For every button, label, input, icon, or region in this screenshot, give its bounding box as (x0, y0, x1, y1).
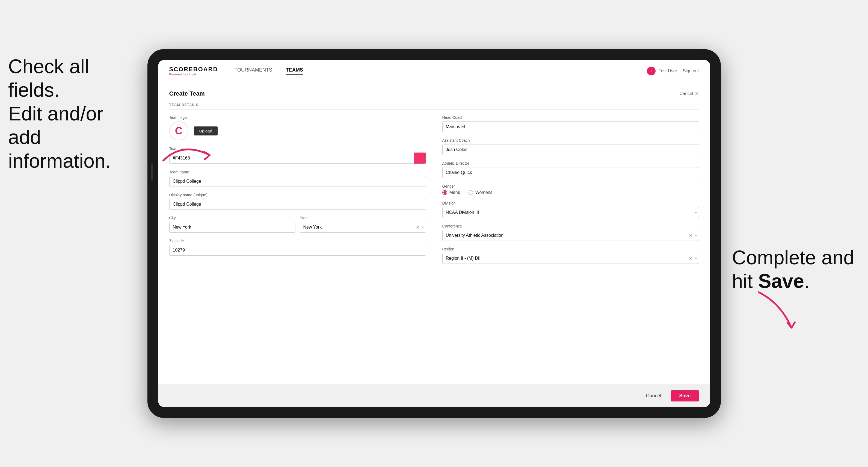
logo-circle: C (169, 121, 188, 141)
region-group: Region ✕ ▾ (442, 247, 699, 264)
upload-button[interactable]: Upload (194, 126, 218, 135)
division-label: Division (442, 201, 699, 206)
gender-radio-group: Mens Womens (442, 190, 699, 195)
gender-group: Gender Mens Womens (442, 184, 699, 195)
city-state-row: City State ✕ ▾ (169, 216, 426, 233)
form-footer: Cancel Save (158, 384, 710, 407)
team-name-input[interactable] (169, 176, 426, 187)
team-name-group: Team name (169, 170, 426, 187)
display-name-label: Display name (unique) (169, 193, 426, 197)
womens-radio-dot[interactable] (468, 190, 473, 195)
womens-label: Womens (475, 190, 493, 195)
logo-sub: Powered by clippd (169, 73, 218, 76)
asst-coach-group: Assistant Coach (442, 138, 699, 155)
head-coach-label: Head Coach (442, 115, 699, 120)
display-name-group: Display name (unique) (169, 193, 426, 210)
division-select-wrapper: ▾ (442, 207, 699, 218)
team-logo-label: Team logo (169, 115, 426, 120)
logo-main: SCOREBOARD (169, 66, 218, 73)
region-clear-icon[interactable]: ✕ (689, 256, 692, 261)
form-title: Create Team (169, 90, 205, 97)
logo-letter: C (175, 125, 182, 137)
conference-group: Conference ✕ ▾ (442, 224, 699, 241)
close-icon: ✕ (695, 91, 699, 97)
state-input[interactable] (300, 222, 426, 233)
division-group: Division ▾ (442, 201, 699, 218)
state-chevron-icon: ▾ (422, 225, 424, 229)
region-chevron-icon: ▾ (695, 256, 697, 260)
logo-area: C Upload (169, 121, 426, 141)
division-chevron-icon: ▾ (695, 211, 697, 214)
region-input[interactable] (442, 253, 699, 264)
conference-label: Conference (442, 224, 699, 228)
form-grid: Team logo C Upload Team colour (169, 115, 699, 270)
state-clear-icon[interactable]: ✕ (416, 225, 420, 230)
left-column: Team logo C Upload Team colour (169, 115, 426, 270)
cancel-text: Cancel (680, 91, 693, 96)
athletic-dir-label: Athletic Director (442, 161, 699, 165)
nav-bar: SCOREBOARD Powered by clippd TOURNAMENTS… (158, 60, 710, 82)
left-line1: Check all fields. (8, 56, 89, 101)
tablet-screen: SCOREBOARD Powered by clippd TOURNAMENTS… (158, 60, 710, 407)
athletic-dir-input[interactable] (442, 167, 699, 178)
tablet-button (151, 164, 153, 180)
left-arrow-icon (160, 139, 221, 172)
conference-chevron-icon: ▾ (695, 234, 697, 237)
avatar: T (647, 67, 656, 75)
state-group: State ✕ ▾ (300, 216, 426, 233)
team-logo-group: Team logo C Upload (169, 115, 426, 141)
division-input[interactable] (442, 207, 699, 218)
main-content: Create Team Cancel ✕ TEAM DETAILS Team l… (158, 82, 710, 384)
asst-coach-label: Assistant Coach (442, 138, 699, 143)
mens-radio-dot[interactable] (442, 190, 447, 195)
display-name-input[interactable] (169, 199, 426, 210)
region-select-wrapper: ✕ ▾ (442, 253, 699, 264)
athletic-dir-group: Athletic Director (442, 161, 699, 178)
left-line2: Edit and/or add (8, 103, 103, 148)
head-coach-group: Head Coach (442, 115, 699, 132)
right-arrow-icon (753, 287, 803, 336)
mens-label: Mens (450, 190, 460, 195)
region-label: Region (442, 247, 699, 251)
right-annotation: Complete and hit Save. (732, 246, 854, 293)
right-line1: Complete and (732, 247, 854, 269)
state-select-wrapper: ✕ ▾ (300, 222, 426, 233)
left-line3: information. (8, 150, 111, 172)
gender-label: Gender (442, 184, 699, 188)
city-state-group: City State ✕ ▾ (169, 216, 426, 233)
nav-items: TOURNAMENTS TEAMS (234, 67, 647, 74)
sign-out-link[interactable]: Sign out (683, 68, 699, 73)
left-annotation: Check all fields. Edit and/or add inform… (8, 55, 123, 173)
section-label: TEAM DETAILS (169, 103, 699, 110)
tablet-frame: SCOREBOARD Powered by clippd TOURNAMENTS… (148, 49, 721, 418)
gender-mens-option[interactable]: Mens (442, 190, 460, 195)
form-container: Create Team Cancel ✕ TEAM DETAILS Team l… (158, 82, 710, 384)
right-column: Head Coach Assistant Coach Athletic Dire… (442, 115, 699, 270)
asst-coach-input[interactable] (442, 144, 699, 155)
zip-group: Zip code (169, 239, 426, 256)
city-input[interactable] (169, 222, 296, 233)
nav-tournaments[interactable]: TOURNAMENTS (234, 67, 272, 74)
nav-teams[interactable]: TEAMS (286, 67, 303, 74)
city-group: City (169, 216, 296, 233)
save-button[interactable]: Save (671, 390, 699, 401)
conference-input[interactable] (442, 230, 699, 241)
right-end: . (804, 270, 810, 292)
user-label: Test User | (659, 68, 680, 73)
conference-select-wrapper: ✕ ▾ (442, 230, 699, 241)
cancel-button[interactable]: Cancel (640, 390, 666, 401)
zip-label: Zip code (169, 239, 426, 243)
header-cancel[interactable]: Cancel ✕ (680, 91, 699, 97)
nav-logo: SCOREBOARD Powered by clippd (169, 66, 218, 76)
zip-input[interactable] (169, 245, 426, 256)
gender-womens-option[interactable]: Womens (468, 190, 493, 195)
nav-user-area: T Test User | Sign out (647, 67, 699, 75)
head-coach-input[interactable] (442, 121, 699, 132)
colour-swatch[interactable] (414, 152, 426, 164)
city-label: City (169, 216, 296, 220)
conference-clear-icon[interactable]: ✕ (689, 233, 692, 238)
state-label: State (300, 216, 426, 220)
form-header: Create Team Cancel ✕ (169, 90, 699, 97)
